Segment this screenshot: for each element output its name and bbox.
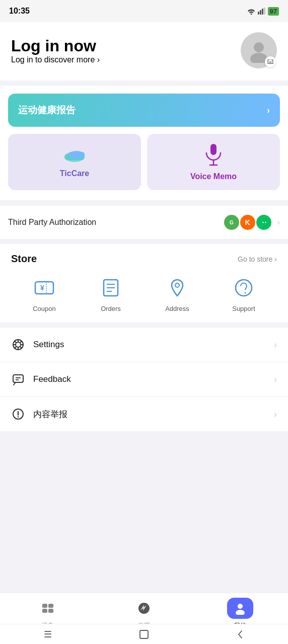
third-party-chevron: ›	[277, 218, 280, 227]
svg-point-25	[175, 283, 179, 287]
report-chevron: ›	[274, 409, 277, 420]
coupon-label: Coupon	[33, 305, 56, 312]
address-svg	[166, 277, 188, 299]
voice-memo-label: Voice Memo	[190, 172, 237, 181]
store-title: Store	[11, 253, 37, 265]
status-time: 10:35	[9, 7, 30, 16]
svg-text:¥: ¥	[40, 284, 44, 292]
ticcare-card[interactable]: TicCare	[8, 134, 141, 190]
camera-icon	[267, 58, 274, 65]
cloud-icon	[61, 146, 88, 164]
svg-rect-30	[13, 375, 23, 382]
mini-cards-row: TicCare Voice Memo	[8, 134, 280, 190]
profile-section: Log in now Log in to discover more ›	[0, 22, 288, 80]
address-label: Address	[165, 305, 189, 312]
store-item-support[interactable]: Support	[231, 275, 257, 312]
status-bar: 10:35 97	[0, 0, 288, 22]
google-icon: G	[227, 218, 236, 227]
sys-back-button[interactable]	[229, 627, 251, 642]
subtitle-chevron: ›	[97, 55, 100, 64]
sys-menu-button[interactable]: ☰	[37, 627, 59, 642]
svg-point-27	[245, 292, 246, 294]
tp-icon-k: K	[240, 215, 255, 230]
wifi-icon	[247, 8, 256, 15]
feedback-label: Feedback	[33, 374, 71, 384]
store-section: Store Go to store › ¥ Coupon	[0, 244, 288, 323]
signal-icon	[258, 8, 266, 15]
camera-badge[interactable]	[265, 56, 276, 67]
wechat-icon	[259, 218, 268, 226]
svg-point-43	[236, 610, 245, 615]
discover-icon	[136, 601, 152, 616]
sport-health-card[interactable]: 运动健康报告 ›	[8, 94, 280, 127]
svg-text:G: G	[230, 220, 234, 225]
profile-nav-icon	[234, 602, 247, 615]
third-party-section: Third Party Authorization G K	[0, 205, 288, 239]
report-left: 内容举报	[11, 407, 67, 421]
support-svg	[233, 277, 255, 299]
store-item-orders[interactable]: Orders	[98, 275, 124, 312]
devices-icon	[41, 601, 55, 615]
third-party-right: G K ›	[224, 215, 280, 230]
store-item-address[interactable]: Address	[164, 275, 190, 312]
svg-rect-38	[42, 609, 47, 613]
menu-section: Settings › Feedback ›	[0, 328, 288, 431]
settings-icon	[11, 338, 25, 352]
third-party-icons: G K	[224, 215, 271, 230]
svg-point-16	[262, 222, 263, 223]
profile-subtitle[interactable]: Log in to discover more ›	[11, 55, 100, 64]
feedback-icon	[11, 372, 25, 386]
sport-health-chevron: ›	[267, 105, 270, 116]
microphone-icon	[203, 143, 224, 167]
battery-icon: 97	[268, 7, 279, 16]
go-to-store-chevron: ›	[274, 255, 277, 263]
feedback-chevron: ›	[274, 374, 277, 385]
tp-icon-wechat	[256, 215, 271, 230]
feedback-menu-item[interactable]: Feedback ›	[0, 362, 288, 397]
main-content: Log in now Log in to discover more ›	[0, 22, 288, 497]
settings-menu-item[interactable]: Settings ›	[0, 328, 288, 362]
feedback-svg	[12, 373, 25, 386]
ticcare-label: TicCare	[60, 169, 89, 178]
sys-home-button[interactable]	[133, 627, 155, 642]
orders-svg	[100, 277, 122, 299]
svg-rect-39	[48, 609, 53, 613]
sport-health-label: 运动健康报告	[18, 104, 76, 117]
home-square-icon	[138, 629, 150, 640]
tp-icon-google: G	[224, 215, 239, 230]
login-title[interactable]: Log in now	[11, 37, 100, 55]
back-arrow-icon	[235, 629, 246, 640]
svg-rect-0	[258, 12, 259, 15]
go-to-store-link[interactable]: Go to store ›	[238, 255, 277, 263]
svg-rect-2	[262, 9, 263, 15]
report-label: 内容举报	[33, 409, 67, 420]
svg-rect-37	[48, 604, 53, 608]
report-menu-item[interactable]: 内容举报 ›	[0, 397, 288, 431]
settings-chevron: ›	[274, 340, 277, 350]
settings-label: Settings	[33, 340, 64, 350]
orders-icon	[98, 275, 124, 301]
svg-point-26	[236, 280, 252, 296]
support-icon	[231, 275, 257, 301]
coupon-icon: ¥	[31, 275, 57, 301]
avatar-wrap[interactable]	[241, 32, 277, 68]
coupon-svg: ¥	[33, 277, 55, 299]
svg-rect-3	[264, 8, 265, 15]
svg-rect-36	[42, 604, 47, 608]
nav-devices-icon-wrap	[35, 598, 61, 619]
voice-memo-card[interactable]: Voice Memo	[147, 134, 280, 190]
orders-label: Orders	[101, 305, 121, 312]
svg-rect-18	[35, 282, 53, 294]
third-party-row[interactable]: Third Party Authorization G K	[8, 206, 280, 239]
report-svg	[12, 408, 25, 421]
hamburger-icon: ☰	[44, 629, 52, 640]
nav-discover-icon-wrap	[131, 598, 157, 619]
svg-point-17	[265, 222, 266, 223]
store-item-coupon[interactable]: ¥ Coupon	[31, 275, 57, 312]
store-header: Store Go to store ›	[11, 253, 277, 265]
address-icon	[164, 275, 190, 301]
svg-point-42	[238, 604, 243, 609]
support-label: Support	[232, 305, 255, 312]
svg-point-35	[18, 416, 19, 418]
report-icon	[11, 407, 25, 421]
